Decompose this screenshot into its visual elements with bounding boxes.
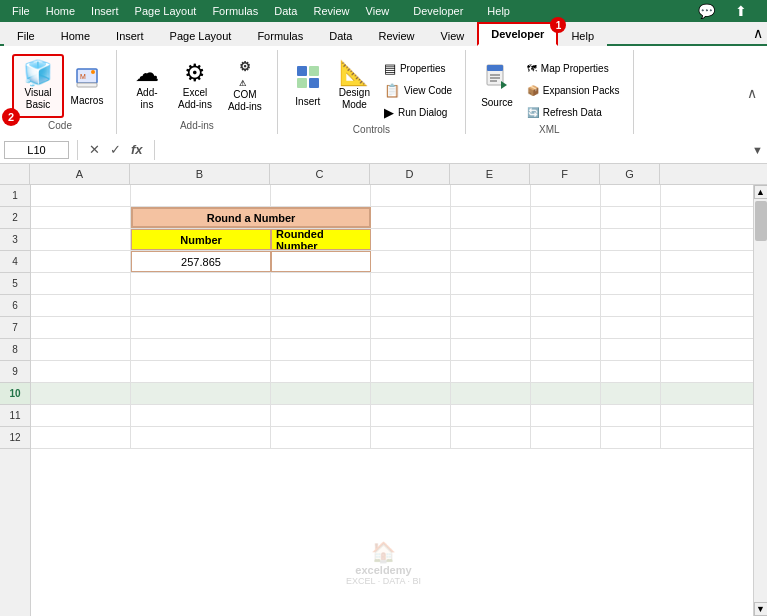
row-num-5[interactable]: 5 [0, 273, 30, 295]
menu-view[interactable]: View [358, 3, 398, 19]
cell-c8[interactable] [271, 339, 371, 360]
confirm-icon[interactable]: ✓ [107, 141, 124, 158]
cell-b4-data[interactable]: 257.865 [131, 251, 271, 272]
scroll-down-btn[interactable]: ▼ [754, 602, 768, 616]
cell-b3-header[interactable]: Number [131, 229, 271, 250]
cell-b11[interactable] [131, 405, 271, 426]
cell-a10[interactable] [31, 383, 131, 404]
tab-developer[interactable]: Developer 1 [477, 22, 558, 46]
cell-a5[interactable] [31, 273, 131, 294]
menu-page-layout[interactable]: Page Layout [127, 3, 205, 19]
cell-c1[interactable] [271, 185, 371, 206]
refresh-data-button[interactable]: 🔄 Refresh Data [522, 102, 625, 122]
cell-c7[interactable] [271, 317, 371, 338]
collapse-ribbon-btn[interactable]: ∧ [753, 25, 763, 41]
col-header-f[interactable]: F [530, 164, 600, 184]
cell-f3[interactable] [531, 229, 601, 250]
cell-d7[interactable] [371, 317, 451, 338]
cell-c11[interactable] [271, 405, 371, 426]
tab-formulas[interactable]: Formulas [244, 25, 316, 46]
cell-b1[interactable] [131, 185, 271, 206]
cell-g3[interactable] [601, 229, 661, 250]
tab-insert[interactable]: Insert [103, 25, 157, 46]
cell-c5[interactable] [271, 273, 371, 294]
cell-c9[interactable] [271, 361, 371, 382]
cell-e6[interactable] [451, 295, 531, 316]
scroll-up-btn[interactable]: ▲ [754, 185, 768, 199]
cell-c12[interactable] [271, 427, 371, 448]
menu-data[interactable]: Data [266, 3, 305, 19]
cell-g9[interactable] [601, 361, 661, 382]
cell-f4[interactable] [531, 251, 601, 272]
fx-icon[interactable]: fx [128, 141, 146, 158]
formula-expand-icon[interactable]: ▼ [752, 144, 763, 156]
cell-g2[interactable] [601, 207, 661, 228]
row-num-8[interactable]: 8 [0, 339, 30, 361]
row-num-2[interactable]: 2 [0, 207, 30, 229]
cell-b12[interactable] [131, 427, 271, 448]
cell-d1[interactable] [371, 185, 451, 206]
cell-e1[interactable] [451, 185, 531, 206]
cell-a6[interactable] [31, 295, 131, 316]
properties-button[interactable]: ▤ Properties [379, 58, 457, 78]
cell-g8[interactable] [601, 339, 661, 360]
row-num-4[interactable]: 4 [0, 251, 30, 273]
menu-insert[interactable]: Insert [83, 3, 127, 19]
cell-d3[interactable] [371, 229, 451, 250]
row-num-9[interactable]: 9 [0, 361, 30, 383]
cell-a4[interactable] [31, 251, 131, 272]
cell-f5[interactable] [531, 273, 601, 294]
menu-file[interactable]: File [4, 3, 38, 19]
insert-button[interactable]: Insert [286, 54, 330, 118]
cell-f6[interactable] [531, 295, 601, 316]
cell-c10[interactable] [271, 383, 371, 404]
run-dialog-button[interactable]: ▶ Run Dialog [379, 102, 457, 122]
cell-f11[interactable] [531, 405, 601, 426]
excel-add-ins-button[interactable]: ⚙ ExcelAdd-ins [171, 54, 219, 118]
cell-b9[interactable] [131, 361, 271, 382]
tab-data[interactable]: Data [316, 25, 365, 46]
cell-b7[interactable] [131, 317, 271, 338]
cell-f2[interactable] [531, 207, 601, 228]
row-num-11[interactable]: 11 [0, 405, 30, 427]
cell-e2[interactable] [451, 207, 531, 228]
menu-developer[interactable]: Developer [397, 3, 479, 19]
cell-f10[interactable] [531, 383, 601, 404]
com-add-ins-button[interactable]: ⚙⚠ COMAdd-ins [221, 54, 269, 118]
map-properties-button[interactable]: 🗺 Map Properties [522, 58, 625, 78]
cell-d8[interactable] [371, 339, 451, 360]
cell-b8[interactable] [131, 339, 271, 360]
formula-input[interactable] [163, 144, 749, 156]
cell-g11[interactable] [601, 405, 661, 426]
cell-a1[interactable] [31, 185, 131, 206]
tab-help[interactable]: Help [558, 25, 607, 46]
cell-e11[interactable] [451, 405, 531, 426]
cell-g4[interactable] [601, 251, 661, 272]
cell-a12[interactable] [31, 427, 131, 448]
view-code-button[interactable]: 📋 View Code [379, 80, 457, 100]
row-num-12[interactable]: 12 [0, 427, 30, 449]
name-box[interactable] [4, 141, 69, 159]
cell-d10[interactable] [371, 383, 451, 404]
share-icon[interactable]: ⬆ [727, 1, 755, 21]
design-mode-button[interactable]: 📐 DesignMode [332, 54, 377, 118]
cell-d2[interactable] [371, 207, 451, 228]
cell-f1[interactable] [531, 185, 601, 206]
source-button[interactable]: Source [474, 54, 520, 118]
cell-d11[interactable] [371, 405, 451, 426]
row-num-3[interactable]: 3 [0, 229, 30, 251]
cell-c4-data[interactable] [271, 251, 371, 272]
macros-button[interactable]: M Macros [66, 54, 108, 118]
cell-a11[interactable] [31, 405, 131, 426]
cell-b6[interactable] [131, 295, 271, 316]
cell-a9[interactable] [31, 361, 131, 382]
tab-file[interactable]: File [4, 25, 48, 46]
vertical-scrollbar[interactable]: ▲ ▼ [753, 185, 767, 616]
scroll-thumb[interactable] [755, 201, 767, 241]
cell-g5[interactable] [601, 273, 661, 294]
cell-f9[interactable] [531, 361, 601, 382]
add-ins-button[interactable]: ☁ Add-ins [125, 54, 169, 118]
cell-c6[interactable] [271, 295, 371, 316]
cell-e4[interactable] [451, 251, 531, 272]
cell-e8[interactable] [451, 339, 531, 360]
